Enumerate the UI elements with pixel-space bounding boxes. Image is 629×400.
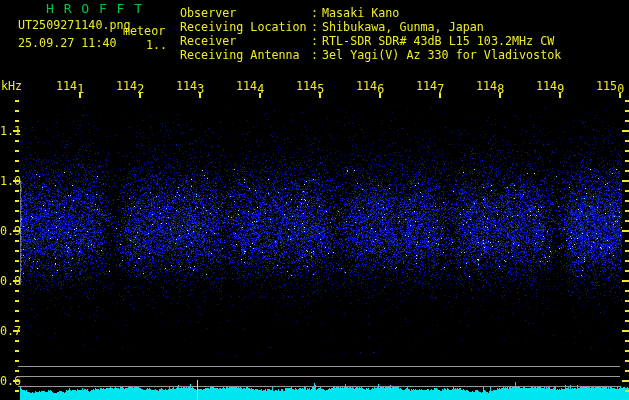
info-row-observer: Observer:Masaki Kano bbox=[180, 2, 620, 16]
x-axis-tick bbox=[619, 93, 621, 98]
x-axis-tick bbox=[199, 93, 201, 98]
y-axis-tick-minor bbox=[625, 350, 629, 352]
y-axis-tick-minor bbox=[15, 200, 19, 202]
y-axis-tick-minor bbox=[625, 140, 629, 142]
info-row-receiver: Receiver:RTL-SDR SDR# 43dB L15 103.2MHz … bbox=[180, 30, 620, 44]
y-axis-tick-minor bbox=[15, 210, 19, 212]
y-axis-tick-minor bbox=[15, 140, 19, 142]
x-axis-label: 1143 bbox=[176, 80, 204, 92]
y-axis-tick-minor bbox=[15, 360, 19, 362]
y-axis-tick-minor bbox=[625, 290, 629, 292]
y-axis-tick-minor bbox=[625, 100, 629, 102]
y-axis-tick-minor bbox=[15, 100, 19, 102]
level-marker bbox=[197, 380, 198, 400]
y-axis-tick-minor bbox=[15, 320, 19, 322]
y-axis-tick-minor bbox=[15, 390, 19, 392]
y-axis-tick-minor bbox=[625, 170, 629, 172]
y-axis-tick-major bbox=[13, 180, 20, 182]
x-axis-label: 1148 bbox=[476, 80, 504, 92]
y-axis-tick-major bbox=[622, 280, 629, 282]
y-axis-tick-minor bbox=[625, 300, 629, 302]
y-axis-tick-minor bbox=[15, 170, 19, 172]
y-axis-tick-minor bbox=[15, 190, 19, 192]
y-axis-tick-minor bbox=[15, 260, 19, 262]
y-axis-tick-major bbox=[13, 380, 20, 382]
y-axis-tick-major bbox=[622, 230, 629, 232]
y-axis-tick-major bbox=[13, 280, 20, 282]
x-axis-label: 1141 bbox=[56, 80, 84, 92]
level-reference-line bbox=[18, 386, 620, 387]
y-axis-tick-major bbox=[13, 230, 20, 232]
y-axis-tick-minor bbox=[625, 270, 629, 272]
x-axis-tick bbox=[259, 93, 261, 98]
y-axis-tick-minor bbox=[625, 250, 629, 252]
x-axis-tick bbox=[439, 93, 441, 98]
level-reference-line bbox=[18, 366, 620, 367]
y-axis-tick-minor bbox=[15, 370, 19, 372]
y-axis-tick-minor bbox=[15, 340, 19, 342]
y-axis-tick-minor bbox=[625, 390, 629, 392]
y-axis-tick-minor bbox=[625, 240, 629, 242]
hrofft-window: H R O F F T UT2509271140.png meteor 25.0… bbox=[0, 0, 629, 400]
y-axis-tick-minor bbox=[15, 150, 19, 152]
y-axis-tick-major bbox=[622, 330, 629, 332]
y-axis-tick-major bbox=[13, 330, 20, 332]
y-axis-tick-minor bbox=[625, 110, 629, 112]
x-axis-tick bbox=[559, 93, 561, 98]
y-axis-tick-minor bbox=[625, 200, 629, 202]
station-info: Observer:Masaki Kano Receiving Location:… bbox=[180, 2, 620, 58]
y-axis-tick-minor bbox=[15, 270, 19, 272]
counter-text: 1.. bbox=[146, 39, 167, 51]
x-axis-label: 1142 bbox=[116, 80, 144, 92]
info-value: 3el Yagi(V) Az 330 for Vladivostok bbox=[322, 48, 561, 62]
y-axis-tick-minor bbox=[625, 360, 629, 362]
y-axis-tick-minor bbox=[15, 290, 19, 292]
y-axis-tick-minor bbox=[15, 310, 19, 312]
y-axis-tick-minor bbox=[625, 190, 629, 192]
y-axis-tick-minor bbox=[625, 120, 629, 122]
y-axis-tick-minor bbox=[625, 150, 629, 152]
info-colon: : bbox=[311, 48, 322, 62]
x-axis-label: 1149 bbox=[536, 80, 564, 92]
info-label: Receiving Antenna bbox=[180, 48, 311, 62]
y-axis-tick-major bbox=[622, 180, 629, 182]
info-row-antenna: Receiving Antenna:3el Yagi(V) Az 330 for… bbox=[180, 44, 620, 58]
y-axis-tick-major bbox=[622, 130, 629, 132]
x-axis-label: 1144 bbox=[236, 80, 264, 92]
y-axis-tick-minor bbox=[625, 310, 629, 312]
y-axis-tick-major bbox=[13, 130, 20, 132]
datetime-text: 25.09.27 11:40 bbox=[18, 37, 117, 49]
info-row-location: Receiving Location:Shibukawa, Gunma, Jap… bbox=[180, 16, 620, 30]
x-axis-tick bbox=[319, 93, 321, 98]
freq-unit-label: kHz bbox=[1, 80, 22, 92]
y-axis-tick-minor bbox=[625, 370, 629, 372]
x-axis-tick bbox=[139, 93, 141, 98]
app-title: H R O F F T bbox=[46, 2, 143, 16]
y-axis-tick-minor bbox=[15, 160, 19, 162]
y-axis-tick-minor bbox=[15, 250, 19, 252]
y-axis-tick-minor bbox=[625, 210, 629, 212]
y-axis-tick-minor bbox=[625, 160, 629, 162]
x-axis-tick bbox=[499, 93, 501, 98]
y-axis-tick-minor bbox=[625, 320, 629, 322]
y-axis-tick-minor bbox=[15, 220, 19, 222]
meteor-label: meteor bbox=[123, 25, 165, 37]
x-axis-tick bbox=[79, 93, 81, 98]
y-axis-tick-major bbox=[622, 380, 629, 382]
y-axis-tick-minor bbox=[15, 110, 19, 112]
y-axis-tick-minor bbox=[625, 260, 629, 262]
y-axis-tick-minor bbox=[625, 340, 629, 342]
y-axis-tick-minor bbox=[625, 220, 629, 222]
y-axis-tick-minor bbox=[15, 120, 19, 122]
x-axis-label: 1146 bbox=[356, 80, 384, 92]
y-axis-tick-minor bbox=[15, 240, 19, 242]
x-axis-label: 1150 bbox=[596, 80, 624, 92]
x-axis-label: 1147 bbox=[416, 80, 444, 92]
x-axis-label: 1145 bbox=[296, 80, 324, 92]
x-axis-tick bbox=[379, 93, 381, 98]
output-filename: UT2509271140.png bbox=[18, 19, 131, 31]
y-axis-tick-minor bbox=[15, 300, 19, 302]
level-reference-line bbox=[18, 376, 620, 377]
y-axis-tick-minor bbox=[15, 350, 19, 352]
